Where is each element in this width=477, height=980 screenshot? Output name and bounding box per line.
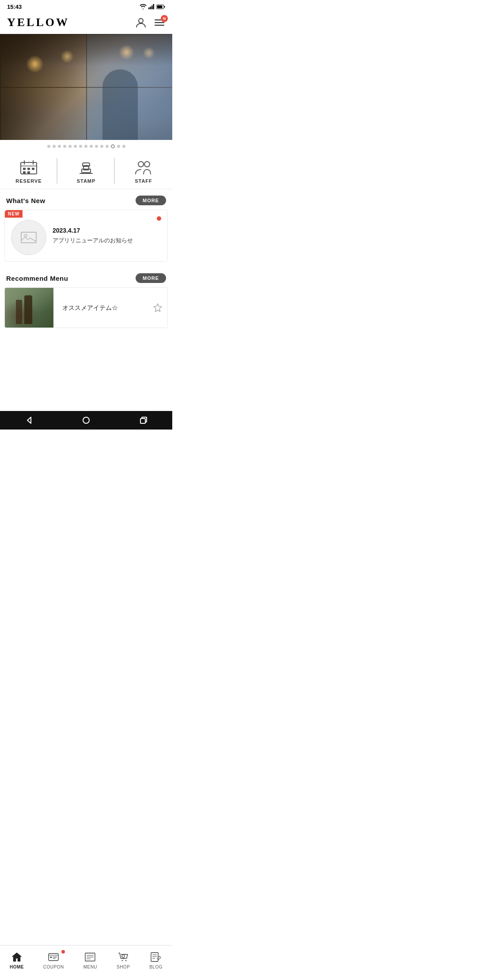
news-unread-dot [157,216,161,221]
carousel-dot-7[interactable] [79,145,82,148]
news-date: 2023.4.17 [53,227,151,234]
profile-button[interactable] [135,17,147,28]
recommend-card[interactable]: オススメアイテム☆ [4,287,168,328]
carousel-dot-6[interactable] [74,145,77,148]
news-card[interactable]: NEW 2023.4.17 アプリリニューアルのお知らせ [4,210,168,262]
svg-marker-46 [27,417,31,423]
reserve-label: RESERVE [15,178,42,184]
recent-apps-button[interactable] [136,413,151,427]
svg-rect-17 [32,168,34,170]
svg-rect-2 [151,6,153,10]
bottle-1 [16,300,22,324]
carousel-dot-12[interactable] [106,145,109,148]
svg-rect-6 [157,5,163,8]
header-icons: N [135,17,165,28]
svg-point-27 [24,234,27,237]
image-placeholder-icon [21,231,37,244]
stamp-button[interactable]: STAMP [57,153,115,189]
status-time: 15:43 [7,4,22,10]
main-content: RESERVE STAMP [0,34,172,384]
reserve-button[interactable]: RESERVE [0,153,57,189]
staff-icon [134,159,153,176]
svg-rect-15 [23,168,26,170]
news-thumbnail [11,220,46,255]
staff-button[interactable]: STAFF [115,153,172,189]
header: YELLOW N [0,12,172,34]
notification-badge: N [161,15,168,22]
svg-rect-5 [164,6,165,8]
carousel-dot-1[interactable] [47,145,50,148]
quick-actions: RESERVE STAMP [0,153,172,189]
svg-rect-48 [140,418,145,423]
logo: YELLOW [7,16,69,29]
carousel-dot-9[interactable] [90,145,93,148]
whats-new-title: What's New [6,197,45,204]
svg-marker-28 [154,304,162,312]
carousel-dot-11[interactable] [100,145,103,148]
recommend-image [5,288,53,328]
whats-new-more-button[interactable]: MORE [136,196,166,205]
news-text: アプリリニューアルのお知らせ [53,237,151,245]
svg-point-24 [138,162,144,167]
recommend-name: オススメアイテム☆ [62,304,118,311]
svg-rect-26 [21,232,36,243]
carousel-dot-2[interactable] [53,145,56,148]
android-home-button[interactable] [79,413,93,427]
stamp-icon [76,159,96,176]
carousel-dot-14[interactable] [117,145,120,148]
stamp-label: STAMP [77,178,96,184]
carousel-dot-15[interactable] [122,145,125,148]
carousel-dots [0,140,172,153]
svg-rect-9 [155,22,164,23]
hero-image[interactable] [0,34,172,140]
staff-label: STAFF [135,178,152,184]
svg-rect-16 [27,168,30,170]
back-button[interactable] [22,413,36,427]
carousel-dot-10[interactable] [95,145,98,148]
person-silhouette [102,69,138,140]
svg-rect-19 [27,171,30,173]
carousel-dot-13[interactable] [111,144,115,148]
svg-point-25 [144,162,150,167]
new-badge: NEW [5,210,23,218]
reserve-icon [19,159,38,176]
svg-rect-3 [153,4,155,9]
signal-icon [148,4,155,9]
svg-point-47 [83,417,89,423]
bottle-2 [24,295,32,324]
svg-rect-1 [150,7,151,9]
light-spot-2 [61,50,74,63]
news-content: 2023.4.17 アプリリニューアルのお知らせ [53,227,151,245]
favorite-star-icon[interactable] [151,302,164,314]
light-spot-4 [143,47,155,59]
svg-point-7 [139,19,143,23]
light-spot-1 [26,55,44,73]
carousel-dot-8[interactable] [84,145,87,148]
whats-new-header: What's New MORE [0,189,172,210]
carousel-dot-3[interactable] [58,145,61,148]
svg-rect-10 [155,25,164,26]
svg-rect-0 [148,8,150,9]
recommend-menu-header: Recommend Menu MORE [0,267,172,287]
status-icons [140,4,165,9]
svg-rect-18 [23,171,26,173]
recommend-menu-more-button[interactable]: MORE [136,273,166,283]
light-spot-3 [119,45,134,60]
battery-icon [156,4,165,9]
menu-button[interactable]: N [154,17,165,28]
android-nav-bar [0,411,172,430]
carousel-dot-4[interactable] [63,145,66,148]
wifi-icon [140,4,147,9]
carousel-dot-5[interactable] [68,145,72,148]
status-bar: 15:43 [0,0,172,12]
profile-icon [135,17,147,28]
recommend-info: オススメアイテム☆ [60,300,145,316]
recommend-menu-title: Recommend Menu [6,275,68,282]
